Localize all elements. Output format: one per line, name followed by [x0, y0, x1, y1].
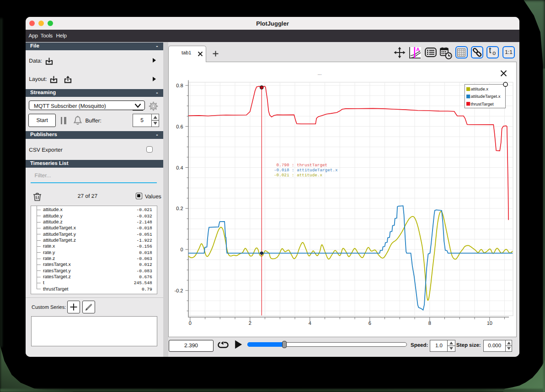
- svg-text:A: A: [416, 47, 420, 53]
- svg-text:...: ...: [317, 71, 321, 76]
- svg-text:10: 10: [486, 321, 492, 326]
- svg-text:0.6: 0.6: [176, 124, 183, 130]
- svg-text:0: 0: [188, 321, 191, 326]
- svg-text:thrustTarget: thrustTarget: [470, 102, 494, 107]
- svg-text:0.2: 0.2: [176, 206, 183, 212]
- svg-text:4: 4: [308, 321, 311, 326]
- svg-text:2: 2: [248, 321, 251, 326]
- svg-text:6: 6: [368, 321, 371, 326]
- svg-text:0: 0: [180, 247, 183, 253]
- svg-text:0.790 : thrustTarget: 0.790 : thrustTarget: [274, 163, 327, 168]
- svg-text:-0.018 : attitudeTarget.x: -0.018 : attitudeTarget.x: [274, 168, 338, 173]
- svg-text:-0.2: -0.2: [174, 288, 183, 294]
- svg-text:attitudeTarget.x: attitudeTarget.x: [470, 94, 500, 99]
- svg-text:0.4: 0.4: [176, 165, 183, 171]
- svg-text:0.8: 0.8: [176, 83, 183, 89]
- svg-text:8: 8: [428, 321, 431, 326]
- svg-text:attitude.x: attitude.x: [470, 87, 488, 92]
- svg-text:-0.021 : attitude.x: -0.021 : attitude.x: [274, 173, 322, 178]
